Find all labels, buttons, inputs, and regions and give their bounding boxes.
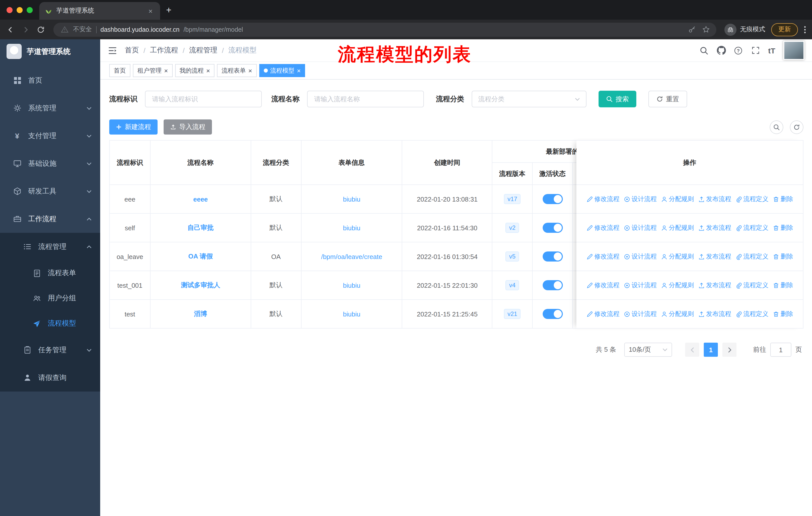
delete-link[interactable]: 删除 (773, 223, 793, 232)
hamburger-icon[interactable] (108, 46, 117, 55)
github-icon[interactable] (717, 46, 726, 55)
modify-process-link[interactable]: 修改流程 (586, 281, 619, 290)
sidebar-item-process-form[interactable]: 流程表单 (0, 261, 100, 286)
form-link[interactable]: biubiu (343, 310, 360, 318)
active-toggle[interactable] (543, 251, 562, 262)
publish-process-link[interactable]: 发布流程 (698, 223, 731, 232)
maximize-window-button[interactable] (27, 7, 33, 13)
delete-link[interactable]: 删除 (773, 281, 793, 290)
form-link[interactable]: biubiu (343, 224, 360, 232)
tag-my-process[interactable]: 我的流程 × (175, 64, 214, 77)
process-definition-link[interactable]: 流程定义 (735, 195, 768, 203)
sidebar-item-process-model[interactable]: 流程模型 (0, 311, 100, 336)
user-avatar[interactable] (783, 41, 805, 60)
modify-process-link[interactable]: 修改流程 (586, 195, 619, 203)
logo[interactable]: 芋道管理系统 (0, 39, 100, 63)
version-badge[interactable]: v21 (504, 309, 521, 319)
sidebar-item-task-management[interactable]: 任务管理 (0, 336, 100, 364)
assign-rule-link[interactable]: 分配规则 (661, 281, 694, 290)
refresh-table-button[interactable] (790, 120, 804, 134)
back-icon[interactable] (6, 25, 15, 34)
process-name-input[interactable] (307, 91, 424, 107)
tag-process-model[interactable]: 流程模型 × (259, 64, 305, 77)
tag-tenant[interactable]: 租户管理 × (133, 64, 172, 77)
assign-rule-link[interactable]: 分配规则 (661, 223, 694, 232)
process-name-link[interactable]: 自己审批 (187, 223, 214, 232)
publish-process-link[interactable]: 发布流程 (698, 252, 731, 261)
fullscreen-icon[interactable] (751, 46, 760, 55)
sidebar-item-user-group[interactable]: 用户分组 (0, 286, 100, 311)
process-name-link[interactable]: OA 请假 (188, 252, 213, 261)
version-badge[interactable]: v2 (506, 223, 519, 233)
help-icon[interactable]: ? (734, 46, 743, 55)
prev-page-button[interactable] (685, 343, 699, 357)
sidebar-item-system[interactable]: 系统管理 (0, 94, 100, 122)
tag-close-icon[interactable]: × (164, 67, 168, 74)
sidebar-item-process-management[interactable]: 流程管理 (0, 233, 100, 261)
modify-process-link[interactable]: 修改流程 (586, 252, 619, 261)
form-link[interactable]: /bpm/oa/leave/create (321, 253, 382, 260)
breadcrumb-item[interactable]: 首页 (125, 46, 139, 55)
design-process-link[interactable]: 设计流程 (624, 195, 657, 203)
delete-link[interactable]: 删除 (773, 252, 793, 261)
import-process-button[interactable]: 导入流程 (164, 119, 212, 135)
address-bar[interactable]: 不安全 dashboard.yudao.iocoder.cn /bpm/mana… (53, 22, 716, 36)
font-size-icon[interactable]: tT (768, 46, 775, 55)
tag-process-form[interactable]: 流程表单 × (217, 64, 257, 77)
form-link[interactable]: biubiu (343, 281, 360, 289)
page-number-1[interactable]: 1 (704, 343, 718, 357)
sidebar-item-devtools[interactable]: 研发工具 (0, 178, 100, 205)
design-process-link[interactable]: 设计流程 (624, 223, 657, 232)
sidebar-item-payment[interactable]: ¥ 支付管理 (0, 122, 100, 150)
publish-process-link[interactable]: 发布流程 (698, 310, 731, 318)
password-key-icon[interactable] (688, 26, 696, 33)
active-toggle[interactable] (543, 223, 562, 233)
delete-link[interactable]: 删除 (773, 195, 793, 203)
bookmark-star-icon[interactable] (702, 26, 710, 33)
forward-icon[interactable] (21, 25, 30, 34)
goto-page-input[interactable] (770, 343, 791, 357)
close-window-button[interactable] (6, 7, 12, 13)
assign-rule-link[interactable]: 分配规则 (661, 252, 694, 261)
breadcrumb-item[interactable]: 流程管理 (189, 46, 218, 55)
category-select[interactable]: 流程分类 (472, 91, 586, 107)
sidebar-item-workflow[interactable]: 工作流程 (0, 205, 100, 233)
toggle-search-button[interactable] (770, 120, 783, 134)
minimize-window-button[interactable] (17, 7, 23, 13)
version-badge[interactable]: v17 (504, 194, 521, 204)
version-badge[interactable]: v5 (506, 251, 519, 262)
create-process-button[interactable]: 新建流程 (109, 119, 157, 135)
process-definition-link[interactable]: 流程定义 (735, 252, 768, 261)
delete-link[interactable]: 删除 (773, 310, 793, 318)
publish-process-link[interactable]: 发布流程 (698, 281, 731, 290)
active-toggle[interactable] (543, 309, 562, 319)
active-toggle[interactable] (543, 194, 562, 204)
sidebar-item-home[interactable]: 首页 (0, 66, 100, 94)
process-id-input[interactable] (145, 91, 262, 107)
tag-close-icon[interactable]: × (248, 67, 252, 74)
new-tab-button[interactable]: + (166, 5, 171, 16)
process-name-link[interactable]: eeee (193, 195, 208, 203)
browser-menu-icon[interactable] (804, 25, 806, 33)
process-name-link[interactable]: 滔博 (194, 309, 207, 319)
search-button[interactable]: 搜索 (599, 91, 636, 107)
process-name-link[interactable]: 测试多审批人 (181, 281, 220, 290)
next-page-button[interactable] (722, 343, 736, 357)
tag-close-icon[interactable]: × (297, 67, 301, 74)
browser-update-button[interactable]: 更新 (771, 23, 798, 36)
assign-rule-link[interactable]: 分配规则 (661, 195, 694, 203)
tag-close-icon[interactable]: × (206, 67, 210, 74)
breadcrumb-item[interactable]: 工作流程 (150, 46, 178, 55)
reload-icon[interactable] (36, 25, 45, 34)
modify-process-link[interactable]: 修改流程 (586, 310, 619, 318)
modify-process-link[interactable]: 修改流程 (586, 223, 619, 232)
design-process-link[interactable]: 设计流程 (624, 252, 657, 261)
search-icon[interactable] (700, 46, 709, 55)
tab-close-icon[interactable]: × (146, 7, 154, 15)
publish-process-link[interactable]: 发布流程 (698, 195, 731, 203)
version-badge[interactable]: v4 (506, 280, 519, 290)
sidebar-item-infrastructure[interactable]: 基础设施 (0, 150, 100, 178)
process-definition-link[interactable]: 流程定义 (735, 281, 768, 290)
process-definition-link[interactable]: 流程定义 (735, 310, 768, 318)
active-toggle[interactable] (543, 280, 562, 290)
